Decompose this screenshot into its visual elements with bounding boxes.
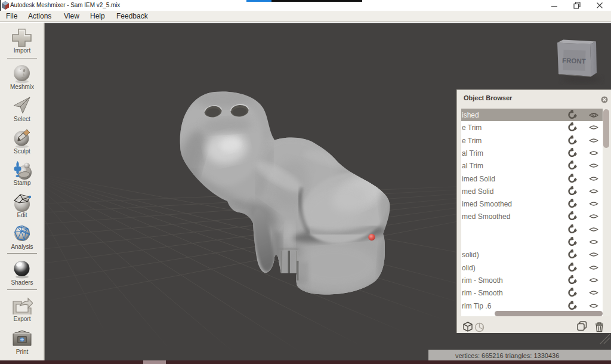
svg-text:FRONT: FRONT [562, 57, 586, 64]
